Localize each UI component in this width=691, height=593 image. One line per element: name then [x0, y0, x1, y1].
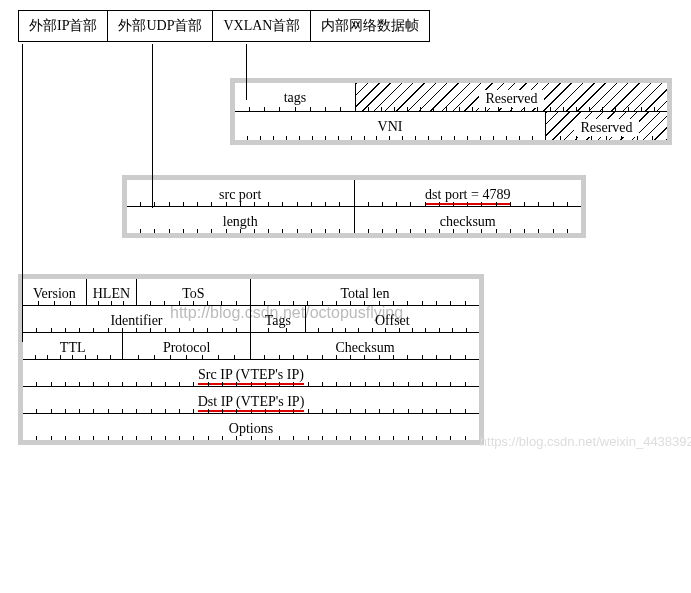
field-label: tags	[284, 90, 307, 105]
layer-outer-udp: 外部UDP首部	[107, 10, 213, 42]
field-label: Total len	[340, 286, 389, 301]
field-label: TTL	[60, 340, 86, 355]
vxlan-header-struct: tags Reserved VNI Reserved	[230, 78, 672, 145]
field-dst-port: dst port = 4789	[355, 180, 582, 206]
field-label: VNI	[378, 119, 403, 134]
layer-vxlan: VXLAN首部	[212, 10, 311, 42]
layer-outer-ip: 外部IP首部	[18, 10, 108, 42]
field-protocol: Protocol	[123, 333, 251, 359]
field-tags: tags	[235, 83, 356, 111]
field-src-port: src port	[127, 180, 355, 206]
field-checksum: checksum	[355, 207, 582, 233]
field-label: Checksum	[335, 340, 394, 355]
layer-inner-frame: 内部网络数据帧	[310, 10, 430, 42]
field-hlen: HLEN	[87, 279, 137, 305]
field-label: ToS	[182, 286, 204, 301]
field-tos: ToS	[137, 279, 251, 305]
field-length: length	[127, 207, 355, 233]
udp-header-struct: src port dst port = 4789 length checksum	[122, 175, 586, 238]
field-dst-ip: Dst IP (VTEP's IP)	[23, 387, 479, 413]
ip-header-struct: Version HLEN ToS Total len Identifier Ta…	[18, 274, 484, 445]
encapsulation-layers: 外部IP首部 外部UDP首部 VXLAN首部 内部网络数据帧	[18, 10, 691, 42]
field-version: Version	[23, 279, 87, 305]
field-identifier: Identifier	[23, 306, 251, 332]
field-label: HLEN	[93, 286, 130, 301]
field-reserved2: Reserved	[546, 112, 667, 140]
field-ip-tags: Tags	[251, 306, 306, 332]
field-offset: Offset	[306, 306, 479, 332]
field-reserved: Reserved	[356, 83, 667, 111]
field-label: Reserved	[574, 119, 638, 137]
field-label: Protocol	[163, 340, 210, 355]
field-label: Identifier	[110, 313, 162, 328]
field-total-len: Total len	[251, 279, 479, 305]
field-ip-checksum: Checksum	[251, 333, 479, 359]
field-src-ip: Src IP (VTEP's IP)	[23, 360, 479, 386]
field-vni: VNI	[235, 112, 546, 140]
field-label: Version	[33, 286, 76, 301]
field-label: checksum	[440, 214, 496, 229]
field-ttl: TTL	[23, 333, 123, 359]
field-label: src port	[219, 187, 261, 202]
field-label: Reserved	[479, 90, 543, 108]
field-label: length	[223, 214, 258, 229]
field-label: Tags	[265, 313, 291, 328]
watermark-author: https://blog.csdn.net/weixin_44383922	[480, 434, 691, 449]
field-options: Options	[23, 414, 479, 440]
field-label: Offset	[375, 313, 410, 328]
field-label: Options	[229, 421, 273, 436]
